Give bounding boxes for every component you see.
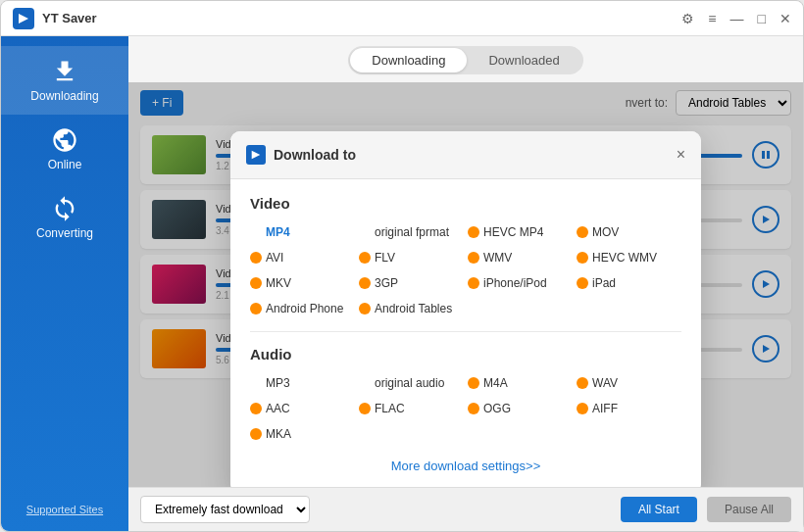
- format-item-original-audio[interactable]: original audio: [359, 374, 464, 392]
- format-icon: [577, 277, 588, 289]
- format-icon: [577, 252, 588, 264]
- format-icon: [468, 403, 479, 414]
- format-item-mp3[interactable]: MP3: [250, 374, 355, 392]
- main-content: Downloading Online Converting Supported …: [1, 36, 803, 531]
- format-label: Android Tables: [375, 302, 452, 315]
- format-item-3gp[interactable]: 3GP: [359, 274, 464, 292]
- bottom-bar: Extremely fast download Fast download No…: [128, 487, 803, 531]
- format-label-mp4: MP4: [266, 225, 290, 239]
- tab-downloading[interactable]: Downloading: [350, 48, 467, 73]
- format-item-aac[interactable]: AAC: [250, 400, 355, 417]
- modal-header-icon: [246, 145, 266, 165]
- format-icon: [359, 277, 371, 289]
- format-item-ipad[interactable]: iPad: [577, 274, 681, 292]
- format-item-mp4[interactable]: MP4: [250, 223, 355, 241]
- format-icon: [468, 277, 479, 289]
- format-icon: [577, 226, 588, 238]
- supported-sites-link[interactable]: Supported Sites: [17, 494, 113, 525]
- format-item-original-fprmat[interactable]: original fprmat: [359, 223, 464, 241]
- audio-format-grid: MP3 original audio M4A: [250, 374, 681, 443]
- format-label: original audio: [375, 376, 444, 390]
- format-label: FLAC: [375, 402, 405, 415]
- modal-body: Video MP4 original fprmat: [230, 179, 701, 487]
- maximize-icon[interactable]: □: [758, 11, 766, 26]
- format-label: 3GP: [375, 276, 398, 290]
- format-icon: [250, 428, 262, 440]
- app-logo: [13, 8, 34, 29]
- format-item-android-phone[interactable]: Android Phone: [250, 300, 355, 317]
- format-icon: [359, 303, 371, 314]
- format-label: AIFF: [592, 402, 618, 415]
- download-to-modal: Download to × Video MP4: [230, 131, 701, 487]
- more-link-container: More download settings>>: [250, 457, 681, 474]
- format-item-android-tables[interactable]: Android Tables: [359, 300, 464, 317]
- format-label: Android Phone: [266, 302, 343, 315]
- format-item-flac[interactable]: FLAC: [359, 400, 464, 417]
- format-icon: [577, 403, 588, 414]
- sidebar-online-label: Online: [48, 158, 82, 171]
- format-item-hevc-wmv[interactable]: HEVC WMV: [577, 249, 681, 266]
- format-item-wmv[interactable]: WMV: [468, 249, 573, 266]
- format-item-hevc-mp4[interactable]: HEVC MP4: [468, 223, 573, 241]
- pause-all-button[interactable]: Pause All: [707, 497, 791, 522]
- svg-marker-6: [252, 151, 261, 160]
- audio-section-title: Audio: [250, 346, 681, 363]
- sidebar-item-online[interactable]: Online: [1, 115, 128, 183]
- format-label: MP3: [266, 376, 290, 390]
- minimize-icon[interactable]: —: [730, 11, 744, 26]
- format-label: FLV: [375, 251, 395, 265]
- format-item-aiff[interactable]: AIFF: [577, 400, 681, 417]
- modal-title: Download to: [274, 147, 669, 163]
- section-divider: [250, 331, 681, 332]
- format-item-mka[interactable]: MKA: [250, 425, 355, 443]
- format-icon: [468, 377, 479, 389]
- tab-downloaded[interactable]: Downloaded: [467, 48, 580, 73]
- format-label: AVI: [266, 251, 283, 265]
- modal-overlay: Download to × Video MP4: [128, 82, 803, 487]
- format-icon: [250, 303, 262, 314]
- close-icon[interactable]: ✕: [779, 11, 791, 26]
- sidebar-item-converting[interactable]: Converting: [1, 183, 128, 252]
- format-label: M4A: [483, 376, 508, 390]
- menu-icon[interactable]: ≡: [708, 11, 716, 26]
- format-icon: [359, 252, 371, 264]
- sidebar-item-downloading[interactable]: Downloading: [1, 46, 128, 115]
- format-item-mov[interactable]: MOV: [577, 223, 681, 241]
- format-item-m4a[interactable]: M4A: [468, 374, 573, 392]
- right-area: Downloading Downloaded + Fi nvert to: An…: [128, 36, 803, 531]
- format-item-ogg[interactable]: OGG: [468, 400, 573, 417]
- format-item-flv[interactable]: FLV: [359, 249, 464, 266]
- format-item-iphone-ipod[interactable]: iPhone/iPod: [468, 274, 573, 292]
- format-label: AAC: [266, 402, 290, 415]
- title-bar: YT Saver ⚙ ≡ — □ ✕: [1, 1, 803, 36]
- format-item-wav[interactable]: WAV: [577, 374, 681, 392]
- all-start-button[interactable]: All Start: [621, 497, 697, 522]
- format-icon: [250, 252, 262, 264]
- window-controls: ⚙ ≡ — □ ✕: [681, 11, 791, 26]
- settings-icon[interactable]: ⚙: [681, 11, 694, 26]
- format-icon: [468, 226, 479, 238]
- format-icon: [577, 377, 588, 389]
- format-label: original fprmat: [375, 225, 449, 239]
- modal-header: Download to ×: [230, 131, 701, 179]
- format-label: OGG: [483, 402, 511, 415]
- speed-select[interactable]: Extremely fast download Fast download No…: [140, 496, 310, 523]
- format-label: MKA: [266, 427, 291, 441]
- format-label: WAV: [592, 376, 618, 390]
- format-label: HEVC WMV: [592, 251, 657, 265]
- sidebar-downloading-label: Downloading: [30, 89, 98, 103]
- format-item-mkv[interactable]: MKV: [250, 274, 355, 292]
- format-label: MOV: [592, 225, 619, 239]
- tab-group: Downloading Downloaded: [348, 46, 582, 74]
- modal-close-button[interactable]: ×: [677, 147, 685, 163]
- format-icon: [359, 403, 371, 414]
- content-area: + Fi nvert to: Android Tables MP4 MOV Vi…: [128, 82, 803, 487]
- more-download-settings-link[interactable]: More download settings>>: [391, 459, 540, 473]
- sidebar-converting-label: Converting: [36, 226, 93, 240]
- app-title: YT Saver: [42, 11, 681, 25]
- tab-bar: Downloading Downloaded: [128, 36, 803, 82]
- video-section-title: Video: [250, 195, 681, 212]
- format-item-avi[interactable]: AVI: [250, 249, 355, 266]
- main-window: YT Saver ⚙ ≡ — □ ✕ Downloading Online Co…: [0, 0, 804, 532]
- format-icon: [250, 277, 262, 289]
